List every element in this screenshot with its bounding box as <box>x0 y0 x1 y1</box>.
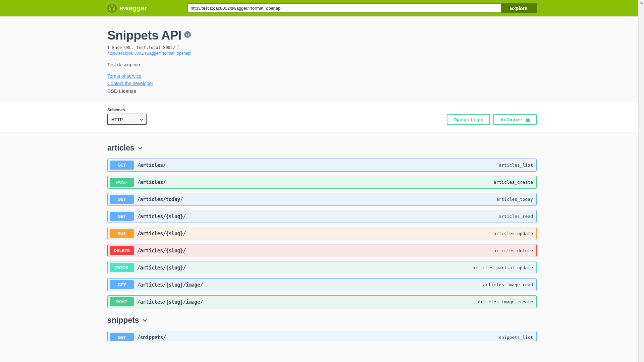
operation-path: /articles/today/ <box>137 196 183 202</box>
schemes-bar: Schemes HTTP Django Login Authorize <box>0 102 644 132</box>
operation-id: articles_read <box>499 214 533 219</box>
django-login-label: Django Login <box>453 117 483 122</box>
operation-row[interactable]: PUT/articles/{slug}/articles_update <box>107 227 537 240</box>
http-method-badge: GET <box>110 161 134 170</box>
brand-text: swagger <box>119 4 147 12</box>
tag-header-articles[interactable]: articles <box>107 143 537 153</box>
operation-path: /articles/{slug}/image/ <box>137 299 203 305</box>
operation-id: articles_image_read <box>483 282 533 287</box>
spec-url-link[interactable]: http://test.local:8002/swagger/?format=o… <box>107 51 191 56</box>
operation-path: /articles/ <box>137 162 166 168</box>
schemes-select[interactable]: HTTP <box>107 114 147 125</box>
http-method-badge: GET <box>110 280 134 289</box>
authorize-button[interactable]: Authorize <box>493 114 537 125</box>
api-info: Snippets API v1 [ Base URL: test.local:8… <box>107 16 537 102</box>
chevron-down-icon <box>138 145 143 151</box>
operation-path: /articles/{slug}/ <box>137 248 186 254</box>
operation-path: /articles/{slug}/ <box>137 265 186 271</box>
api-title: Snippets API <box>107 28 181 43</box>
operation-id: articles_image_create <box>478 299 533 304</box>
spec-url-input[interactable] <box>187 3 501 13</box>
authorize-label: Authorize <box>500 117 522 122</box>
brand[interactable]: { } swagger <box>107 4 147 13</box>
vertical-scrollbar[interactable] <box>638 0 644 362</box>
tag-header-snippets[interactable]: snippets <box>107 316 537 325</box>
svg-text:{ }: { } <box>110 7 114 10</box>
operation-id: articles_create <box>494 180 533 185</box>
operation-id: articles_today <box>496 197 533 202</box>
base-url-label: [ Base URL: test.local:8002/ ] <box>107 45 537 50</box>
http-method-badge: POST <box>110 178 134 187</box>
http-method-badge: DELETE <box>110 246 134 255</box>
http-method-badge: PUT <box>110 229 134 238</box>
operation-id: articles_update <box>494 231 533 236</box>
topbar: { } swagger Explore <box>0 0 644 16</box>
operation-row[interactable]: GET/articles/today/articles_today <box>107 193 537 206</box>
version-badge: v1 <box>184 31 191 38</box>
operation-path: /articles/{slug}/ <box>137 214 186 220</box>
http-method-badge: GET <box>110 195 134 204</box>
chevron-down-icon <box>143 318 147 323</box>
http-method-badge: GET <box>110 212 134 221</box>
operation-row[interactable]: POST/articles/{slug}/image/articles_imag… <box>107 295 537 308</box>
lock-open-icon <box>525 117 530 122</box>
http-method-badge: GET <box>110 333 134 341</box>
operation-row[interactable]: DELETE/articles/{slug}/articles_delete <box>107 244 537 257</box>
operation-row[interactable]: GET/articles/{slug}/articles_read <box>107 210 537 223</box>
tag-name: articles <box>107 143 135 153</box>
operation-id: articles_partial_update <box>473 265 533 270</box>
operation-id: snippets_list <box>499 335 533 340</box>
operation-id: articles_delete <box>494 248 533 253</box>
terms-of-service-link[interactable]: Terms of service <box>107 73 537 79</box>
tag-name: snippets <box>107 316 139 325</box>
explore-button[interactable]: Explore <box>501 3 537 13</box>
api-description: Test description <box>107 62 537 67</box>
operation-row[interactable]: POST/articles/articles_create <box>107 176 537 189</box>
django-login-button[interactable]: Django Login <box>447 114 490 125</box>
operation-row[interactable]: GET/articles/articles_list <box>107 159 537 172</box>
operation-path: /articles/ <box>137 179 166 185</box>
contact-developer-link[interactable]: Contact the developer <box>107 81 537 86</box>
scrollbar-up-arrow[interactable] <box>639 0 644 6</box>
license-text: BSD License <box>107 88 537 94</box>
operation-row[interactable]: GET/snippets/snippets_list <box>107 331 537 341</box>
http-method-badge: POST <box>110 297 134 306</box>
operation-id: articles_list <box>499 163 533 168</box>
operation-path: /articles/{slug}/image/ <box>137 282 203 288</box>
url-form: Explore <box>187 3 537 13</box>
http-method-badge: PATCH <box>110 263 134 272</box>
operation-path: /articles/{slug}/ <box>137 231 186 237</box>
operation-row[interactable]: GET/articles/{slug}/image/articles_image… <box>107 278 537 291</box>
operation-path: /snippets/ <box>137 335 166 341</box>
swagger-logo-icon: { } <box>107 4 117 13</box>
operation-row[interactable]: PATCH/articles/{slug}/articles_partial_u… <box>107 261 537 274</box>
schemes-label: Schemes <box>107 108 147 112</box>
